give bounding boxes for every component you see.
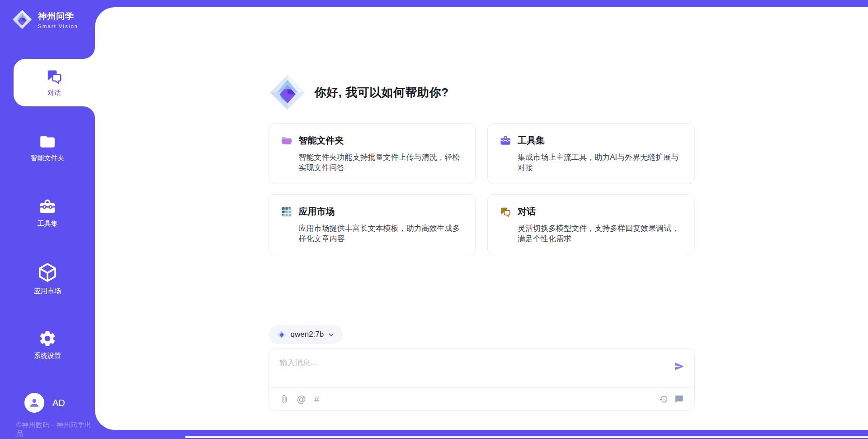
- brand-subtitle: Smart Vision: [38, 24, 78, 29]
- chat-icon: [500, 206, 511, 218]
- card-head: 应用市场: [281, 205, 464, 218]
- brand-text: 神州问学 Smart Vision: [38, 10, 78, 29]
- history-icon: [659, 395, 668, 404]
- card-title: 智能文件夹: [299, 134, 344, 147]
- brand[interactable]: 神州问学 Smart Vision: [12, 9, 78, 30]
- toolbox-icon: [500, 135, 511, 147]
- folder-open-icon: [281, 135, 292, 147]
- person-icon: [28, 397, 40, 409]
- message-bubble-icon: [675, 395, 684, 404]
- hero: 你好, 我可以如何帮助你?: [269, 73, 695, 111]
- card-head: 工具集: [500, 134, 683, 147]
- main-content: 你好, 我可以如何帮助你? 智能文件夹 智能文件夹功能支持批量文件上传与清洗，轻…: [269, 7, 695, 430]
- card-description: 集成市场上主流工具，助力AI与外界无缝扩展与对接: [518, 152, 683, 173]
- sidebar-item-label: 智能文件夹: [31, 154, 65, 162]
- sidebar-item-label: 系统设置: [34, 352, 61, 360]
- brand-name: 神州问学: [38, 10, 78, 22]
- bottom-scrollbar[interactable]: [185, 436, 868, 438]
- hashtag-button[interactable]: #: [314, 395, 319, 404]
- sidebar: 神州问学 Smart Vision 对话 智能文件夹: [0, 0, 95, 439]
- sidebar-item-app-market[interactable]: 应用市场: [0, 262, 95, 296]
- card-smart-folder[interactable]: 智能文件夹 智能文件夹功能支持批量文件上传与清洗，轻松实现文件问答: [269, 123, 476, 184]
- cube-icon: [37, 262, 58, 283]
- feature-cards: 智能文件夹 智能文件夹功能支持批量文件上传与清洗，轻松实现文件问答 工具: [269, 123, 695, 255]
- chevron-down-icon: [328, 331, 335, 338]
- brand-logo-icon: [12, 9, 33, 30]
- main-panel: 你好, 我可以如何帮助你? 智能文件夹 智能文件夹功能支持批量文件上传与清洗，轻…: [95, 7, 868, 430]
- mention-button[interactable]: @: [297, 395, 306, 404]
- composer-toolbar: @ #: [269, 388, 694, 410]
- app-root: 神州问学 Smart Vision 对话 智能文件夹: [0, 0, 868, 439]
- send-button[interactable]: [674, 361, 684, 372]
- grid-icon: [281, 206, 292, 218]
- spacer: [269, 255, 695, 325]
- composer: qwen2:7b: [269, 325, 695, 411]
- card-chat[interactable]: 对话 灵活切换多模型文件，支持多样回复效果调试，满足个性化需求: [487, 194, 695, 255]
- sidebar-item-label: 工具集: [38, 220, 58, 228]
- sidebar-item-toolset[interactable]: 工具集: [0, 198, 95, 228]
- toolbar-right: [659, 395, 684, 404]
- card-title: 应用市场: [299, 205, 335, 218]
- hero-logo-icon: [269, 73, 307, 111]
- tab-curve-bottom: [83, 106, 95, 118]
- user-initials: AD: [52, 398, 65, 408]
- gear-icon: [38, 329, 57, 348]
- toolbox-icon: [38, 198, 57, 216]
- message-input-card: @ #: [269, 348, 695, 411]
- attach-file-button[interactable]: [280, 395, 289, 404]
- card-toolset[interactable]: 工具集 集成市场上主流工具，助力AI与外界无缝扩展与对接: [487, 123, 695, 184]
- model-name: qwen2:7b: [291, 330, 324, 339]
- send-icon: [674, 361, 684, 372]
- sidebar-item-chat[interactable]: 对话: [14, 59, 95, 106]
- folder-icon: [39, 133, 56, 150]
- card-head: 智能文件夹: [281, 134, 464, 147]
- paperclip-icon: [280, 395, 289, 404]
- user-profile[interactable]: AD: [24, 393, 65, 413]
- card-head: 对话: [500, 205, 683, 218]
- copyright-text: ©神州数码 · 神州问学出品: [16, 421, 95, 438]
- history-button[interactable]: [659, 395, 668, 404]
- sidebar-item-settings[interactable]: 系统设置: [0, 329, 95, 360]
- sidebar-item-label: 对话: [47, 89, 61, 97]
- card-title: 对话: [518, 205, 536, 218]
- sidebar-item-label: 应用市场: [34, 287, 61, 296]
- card-description: 灵活切换多模型文件，支持多样回复效果调试，满足个性化需求: [518, 223, 683, 244]
- sidebar-item-smart-folder[interactable]: 智能文件夹: [0, 133, 95, 162]
- conversation-button[interactable]: [675, 395, 684, 404]
- message-input[interactable]: [269, 348, 694, 387]
- card-description: 应用市场提供丰富长文本模板，助力高效生成多样化文章内容: [299, 223, 464, 244]
- card-description: 智能文件夹功能支持批量文件上传与清洗，轻松实现文件问答: [299, 152, 464, 173]
- card-title: 工具集: [518, 134, 545, 147]
- tab-curve-top: [83, 47, 95, 59]
- greeting-title: 你好, 我可以如何帮助你?: [315, 85, 449, 100]
- avatar: [24, 393, 44, 413]
- card-app-market[interactable]: 应用市场 应用市场提供丰富长文本模板，助力高效生成多样化文章内容: [269, 194, 476, 255]
- model-selector[interactable]: qwen2:7b: [269, 325, 343, 344]
- model-logo-icon: [277, 329, 287, 339]
- chat-icon: [46, 68, 63, 85]
